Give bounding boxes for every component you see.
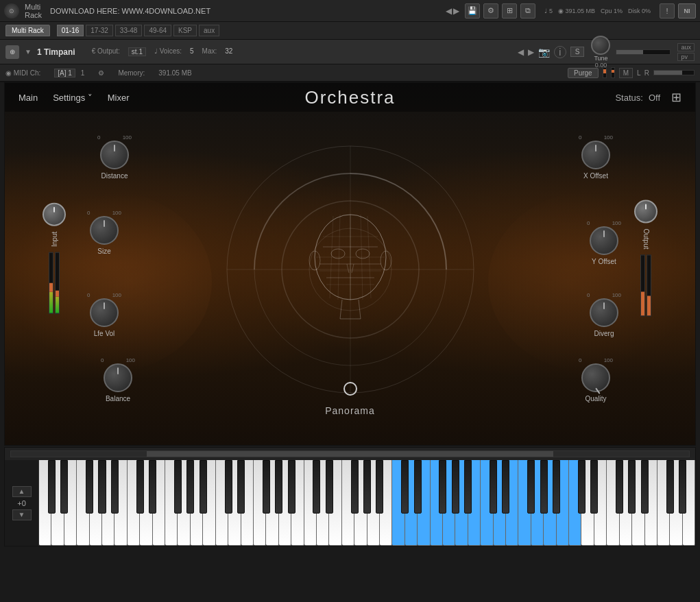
nav-arrows[interactable]: ◀ ▶ <box>446 6 459 16</box>
input-label: Input <box>51 232 58 247</box>
midi-ch-value[interactable]: [A] 1 <box>54 69 75 77</box>
quality-knob[interactable] <box>581 363 610 392</box>
tab-ksp[interactable]: KSP <box>173 25 197 36</box>
tab-aux[interactable]: aux <box>199 25 219 36</box>
diverg-scale: 0100 <box>587 292 621 298</box>
purge-btn[interactable]: Purge <box>568 68 599 78</box>
aux-btn[interactable]: aux <box>677 43 695 51</box>
memory-stat: ◉ 391.05 MB <box>558 8 595 14</box>
instrument-info-row: ◉ MIDI Ch: [A] 1 1 ⚙ Memory: 391.05 MB P… <box>0 64 700 82</box>
settings-icon[interactable]: ⚙ <box>483 3 498 19</box>
lfevol-scale: 0100 <box>87 292 121 298</box>
output-value[interactable]: st.1 <box>128 47 146 56</box>
yoffset-knob[interactable] <box>590 226 618 255</box>
lfevol-knob[interactable] <box>90 298 119 327</box>
octave-down-btn[interactable]: ▼ <box>12 509 32 520</box>
output-label: € Output: <box>92 47 120 56</box>
input-meters <box>49 252 60 314</box>
xoffset-knob[interactable] <box>581 141 610 169</box>
menu-mixer[interactable]: Mixer <box>108 93 130 103</box>
cpu-stat: Cpu 1% <box>601 8 623 14</box>
size-knob-container: 0100 Size <box>87 210 121 255</box>
piano-keys[interactable]: // We'll render the piano using a small … <box>39 460 695 546</box>
copy-icon[interactable]: ⧉ <box>520 3 535 19</box>
instrument-info: € Output: st.1 ♩ Voices: 5 Max: 32 <box>92 47 233 56</box>
nav-right-arrow[interactable]: ▶ <box>453 6 459 16</box>
distance-knob-container: 0100 Distance <box>97 134 132 180</box>
download-title: DOWNLOAD HERE: WWW.4DOWNLOAD.NET <box>50 7 446 15</box>
tab-01-16[interactable]: 01-16 <box>57 25 84 36</box>
size-knob[interactable] <box>90 216 119 245</box>
meter-small-l <box>603 67 607 78</box>
grid-icon[interactable]: ⊞ <box>502 3 517 19</box>
tab-multi-rack[interactable]: Multi Rack <box>5 25 50 36</box>
nav-next-instrument[interactable]: ▶ <box>528 47 534 57</box>
distance-knob[interactable] <box>100 141 129 169</box>
camera-icon[interactable]: 📷 <box>538 47 550 58</box>
pv-btn[interactable]: pv <box>677 53 695 61</box>
instrument-icon[interactable]: ⊕ <box>5 45 19 59</box>
menu-main[interactable]: Main <box>19 93 38 103</box>
quality-knob-container: 0100 Quality <box>579 357 613 402</box>
tune-slider[interactable] <box>616 49 671 55</box>
input-strip: Input <box>43 203 66 314</box>
lr-label: L R <box>637 69 649 77</box>
kontakt-icon[interactable]: NI <box>678 3 696 19</box>
wireframe-head <box>302 199 398 329</box>
voices-stat: ♩ 5 <box>544 8 553 14</box>
plugin-menu-bar: Main Settings ˅ Mixer Orchestra Status: … <box>5 83 695 112</box>
plugin-area: Main Settings ˅ Mixer Orchestra Status: … <box>4 82 696 446</box>
voices-label: ♩ Voices: <box>154 47 182 56</box>
memory-label: Memory: <box>118 69 145 77</box>
tune-knob[interactable] <box>591 36 610 55</box>
input-knob[interactable] <box>43 203 66 226</box>
instrument-expand-arrow[interactable]: ▼ <box>25 48 32 56</box>
status-value: Off <box>649 93 660 103</box>
lr-slider[interactable] <box>653 70 695 75</box>
tab-33-48[interactable]: 33-48 <box>115 25 143 36</box>
balance-knob[interactable] <box>104 363 132 392</box>
voices-max-label: Max: <box>202 47 217 56</box>
alert-icon[interactable]: ! <box>660 3 675 19</box>
m-btn-inst[interactable]: M <box>619 68 633 78</box>
size-label: Size <box>97 248 110 255</box>
solo-btn[interactable]: S <box>570 47 585 57</box>
nav-prev-instrument[interactable]: ◀ <box>518 47 524 57</box>
info-icon[interactable]: i <box>554 46 566 58</box>
tab-17-32[interactable]: 17-32 <box>86 25 113 36</box>
svg-line-24 <box>359 300 361 319</box>
output-strip: Output <box>634 200 657 316</box>
right-panel-buttons: aux pv <box>677 43 695 61</box>
diverg-knob[interactable] <box>590 298 618 327</box>
output-meter-l <box>640 255 645 317</box>
nav-left-arrow[interactable]: ◀ <box>446 6 452 16</box>
quality-scale: 0100 <box>579 357 613 363</box>
svg-line-26 <box>347 264 349 273</box>
octave-up-btn[interactable]: ▲ <box>12 486 32 497</box>
input-meter-l <box>49 252 53 314</box>
tab-numbers: 01-16 17-32 33-48 49-64 KSP aux <box>57 25 219 36</box>
distance-label: Distance <box>101 172 128 180</box>
app-topbar: ⊙ MultiRack DOWNLOAD HERE: WWW.4DOWNLOAD… <box>0 0 700 22</box>
yoffset-scale: 0100 <box>587 220 621 226</box>
output-knob[interactable] <box>634 200 657 223</box>
xoffset-knob-container: 0100 X Offset <box>579 134 613 180</box>
menu-settings[interactable]: Settings ˅ <box>53 93 93 103</box>
panorama-label: Panorama <box>325 405 375 416</box>
keyboard-area: ▲ +0 ▼ // We'll render the piano using a… <box>5 460 695 546</box>
piano-top-controls <box>5 448 695 460</box>
save-icon[interactable]: 💾 <box>465 3 480 19</box>
voices-max-value: 32 <box>225 47 232 56</box>
grid-view-btn[interactable]: ⊞ <box>671 90 681 105</box>
input-meter-r <box>55 252 60 314</box>
piano-scroll-bar[interactable] <box>10 450 690 457</box>
panorama-dot[interactable] <box>343 382 357 396</box>
plugin-title: Orchestra <box>304 87 395 108</box>
yoffset-knob-container: 0100 Y Offset <box>587 220 621 265</box>
quality-label: Quality <box>585 395 606 402</box>
tab-49-64[interactable]: 49-64 <box>144 25 171 36</box>
diverg-knob-container: 0100 Diverg <box>587 292 621 337</box>
distance-scale: 0100 <box>97 134 132 141</box>
balance-scale: 0100 <box>101 357 135 363</box>
white-keys-row: // We'll render the piano using a small … <box>39 460 695 546</box>
